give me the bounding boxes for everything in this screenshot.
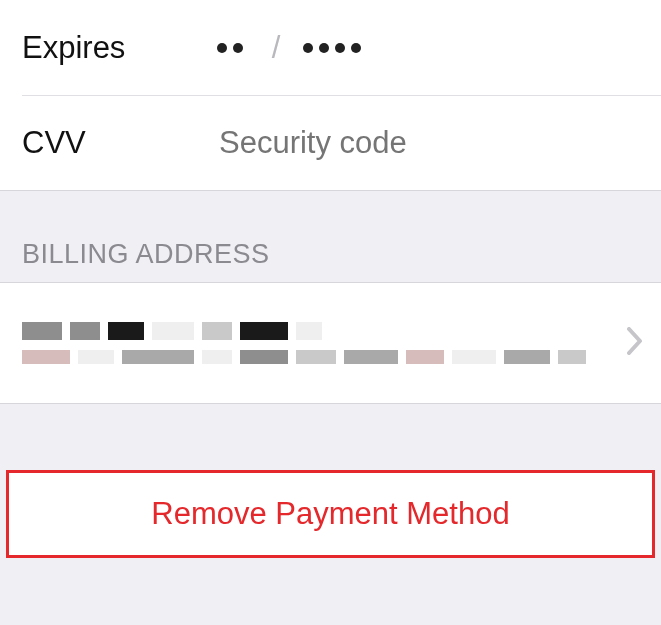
chevron-right-icon — [627, 327, 643, 359]
expires-label: Expires — [22, 30, 217, 66]
cvv-input[interactable] — [217, 124, 639, 162]
billing-address-header: BILLING ADDRESS — [0, 191, 661, 282]
card-fields-group: Expires / CVV — [0, 0, 661, 191]
cvv-row[interactable]: CVV — [0, 95, 661, 190]
remove-payment-method-button[interactable]: Remove Payment Method — [9, 473, 652, 555]
billing-address-content — [22, 322, 619, 364]
billing-address-row[interactable] — [0, 283, 661, 403]
billing-address-group — [0, 282, 661, 404]
remove-button-label: Remove Payment Method — [151, 496, 509, 532]
expires-value: / — [217, 29, 639, 67]
remove-highlight-box: Remove Payment Method — [6, 470, 655, 558]
remove-section: Remove Payment Method — [0, 464, 661, 564]
expires-row[interactable]: Expires / — [0, 0, 661, 95]
cvv-label: CVV — [22, 125, 217, 161]
